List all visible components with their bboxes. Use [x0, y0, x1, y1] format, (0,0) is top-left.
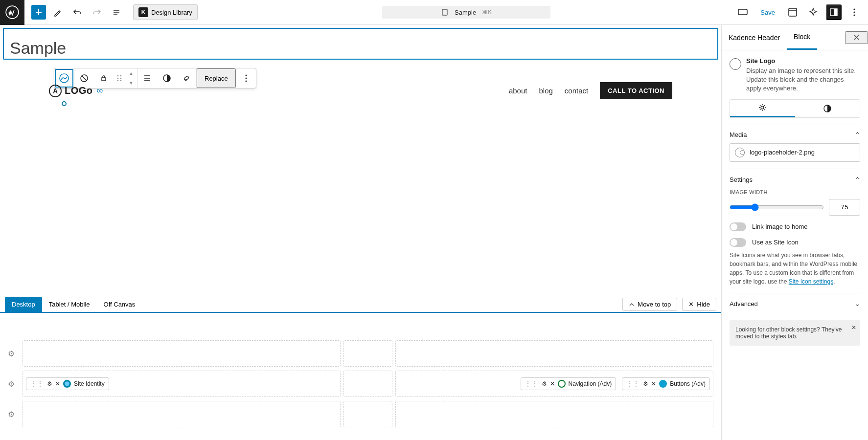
chip-buttons[interactable]: ⋮⋮ ⚙ ✕ Buttons (Adv) [622, 377, 710, 390]
row-settings-icon[interactable]: ⚙ [8, 349, 18, 358]
options-menu-button[interactable] [846, 4, 862, 20]
svg-point-19 [245, 75, 247, 76]
svg-point-12 [117, 75, 119, 77]
chevron-up-icon[interactable]: ⌃ [855, 176, 860, 183]
header-bottom-center-slot[interactable] [343, 401, 392, 427]
infinity-icon: ∞ [97, 86, 103, 96]
header-main-right-slot[interactable]: ⋮⋮ ⚙ ✕ Navigation (Adv) ⋮⋮ ⚙ ✕ [395, 371, 713, 397]
nav-link-about[interactable]: about [509, 87, 527, 95]
tab-off-canvas[interactable]: Off Canvas [97, 297, 142, 312]
replace-button[interactable]: Replace [197, 68, 236, 88]
logo-mark-icon: A [49, 85, 62, 97]
chip-label: Site Identity [74, 380, 105, 387]
document-title-bar[interactable]: Sample ⌘K [382, 6, 550, 19]
close-icon[interactable]: ✕ [55, 380, 60, 387]
header-top-center-slot[interactable] [343, 340, 392, 367]
redo-button[interactable] [89, 4, 105, 20]
settings-sidebar-button[interactable] [826, 4, 842, 20]
hide-button[interactable]: ✕ Hide [682, 298, 716, 311]
tab-kadence-header[interactable]: Kadence Header [722, 26, 787, 49]
block-more-button[interactable] [236, 68, 256, 88]
close-icon[interactable]: ✕ [651, 380, 656, 387]
chip-site-identity[interactable]: ⋮⋮ ⚙ ✕ Site Identity [26, 377, 109, 390]
chevron-down-icon[interactable]: ⌄ [855, 300, 860, 308]
move-down-button[interactable]: ▼ [125, 78, 137, 88]
media-section-title: Media [730, 131, 747, 138]
nav-link-contact[interactable]: contact [565, 87, 588, 95]
undo-button[interactable] [69, 4, 85, 20]
navigation-icon [558, 380, 566, 388]
chevron-up-icon[interactable]: ⌃ [855, 131, 860, 138]
tab-desktop[interactable]: Desktop [5, 297, 42, 312]
cta-button[interactable]: CALL TO ACTION [600, 82, 672, 99]
image-width-input[interactable] [829, 199, 860, 216]
move-to-top-button[interactable]: Move to top [622, 298, 677, 311]
ai-button[interactable] [805, 4, 821, 20]
nav-link-blog[interactable]: blog [539, 87, 552, 95]
row-settings-icon[interactable]: ⚙ [8, 410, 18, 419]
image-width-slider[interactable] [730, 203, 824, 211]
kadence-icon: K [138, 7, 148, 17]
site-logo-preview[interactable]: A LOGo ∞ [49, 85, 103, 97]
gear-icon [758, 103, 767, 112]
list-view-button[interactable] [109, 4, 124, 20]
use-as-icon-toggle[interactable] [730, 238, 746, 247]
svg-point-17 [120, 80, 122, 82]
wordpress-logo[interactable] [0, 0, 24, 25]
save-button[interactable]: Save [755, 6, 780, 19]
header-bottom-left-slot[interactable] [23, 401, 341, 427]
gear-icon[interactable]: ⚙ [542, 380, 547, 387]
header-top-right-slot[interactable] [395, 340, 713, 367]
link-button[interactable] [177, 68, 196, 88]
svg-rect-1 [442, 9, 447, 15]
svg-point-7 [853, 11, 855, 13]
header-top-left-slot[interactable] [23, 340, 341, 367]
dismiss-notice-button[interactable]: ✕ [851, 324, 856, 331]
move-up-button[interactable]: ▲ [125, 68, 137, 78]
align-button[interactable] [137, 68, 157, 88]
close-icon[interactable]: ✕ [550, 380, 555, 387]
styles-button[interactable] [785, 4, 800, 20]
drag-handle-icon[interactable]: ⋮⋮ [626, 380, 640, 387]
chip-navigation[interactable]: ⋮⋮ ⚙ ✕ Navigation (Adv) [521, 377, 617, 390]
svg-point-16 [117, 80, 119, 82]
tab-tablet-mobile[interactable]: Tablet / Mobile [42, 297, 97, 312]
drag-handle-icon[interactable]: ⋮⋮ [30, 380, 44, 387]
page-title: Sample [10, 39, 717, 58]
view-toggle-button[interactable] [735, 4, 751, 20]
site-icon-help: Site Icons are what you see in browser t… [730, 251, 860, 286]
edit-tool-button[interactable] [50, 4, 66, 20]
svg-point-20 [245, 78, 247, 79]
site-logo-icon [730, 58, 741, 70]
duotone-button[interactable] [157, 68, 177, 88]
site-icon-settings-link[interactable]: Site Icon settings [789, 278, 833, 285]
tab-block[interactable]: Block [787, 25, 817, 50]
media-file-chip[interactable]: logo-placeholder-2.png [730, 143, 860, 162]
close-sidebar-button[interactable]: ✕ [845, 31, 868, 44]
subtab-general[interactable] [730, 100, 795, 117]
design-library-label: Design Library [151, 9, 192, 16]
block-description: Display an image to represent this site.… [746, 66, 860, 93]
link-home-toggle[interactable] [730, 222, 746, 231]
selected-block-frame[interactable]: Sample [3, 28, 718, 60]
gear-icon[interactable]: ⚙ [643, 380, 648, 387]
add-block-button[interactable] [31, 5, 46, 20]
gear-icon[interactable]: ⚙ [47, 380, 52, 387]
design-library-button[interactable]: K Design Library [133, 4, 198, 20]
svg-point-13 [120, 75, 122, 77]
svg-rect-2 [738, 9, 747, 15]
advanced-section-title: Advanced [730, 300, 758, 308]
row-settings-icon[interactable]: ⚙ [8, 379, 18, 389]
header-main-left-slot[interactable]: ⋮⋮ ⚙ ✕ Site Identity [23, 371, 341, 397]
drag-handle-icon[interactable]: ⋮⋮ [525, 380, 539, 387]
moved-settings-notice: Looking for other block settings? They'v… [730, 320, 860, 346]
resize-handle[interactable] [62, 101, 67, 106]
header-main-center-slot[interactable] [343, 371, 392, 397]
close-icon: ✕ [688, 301, 694, 308]
header-bottom-right-slot[interactable] [395, 401, 713, 427]
thumbnail-icon [735, 148, 745, 157]
use-as-icon-label: Use as Site Icon [752, 239, 799, 246]
svg-rect-3 [789, 8, 797, 16]
drag-handle[interactable] [114, 68, 125, 88]
subtab-style[interactable] [795, 100, 860, 117]
